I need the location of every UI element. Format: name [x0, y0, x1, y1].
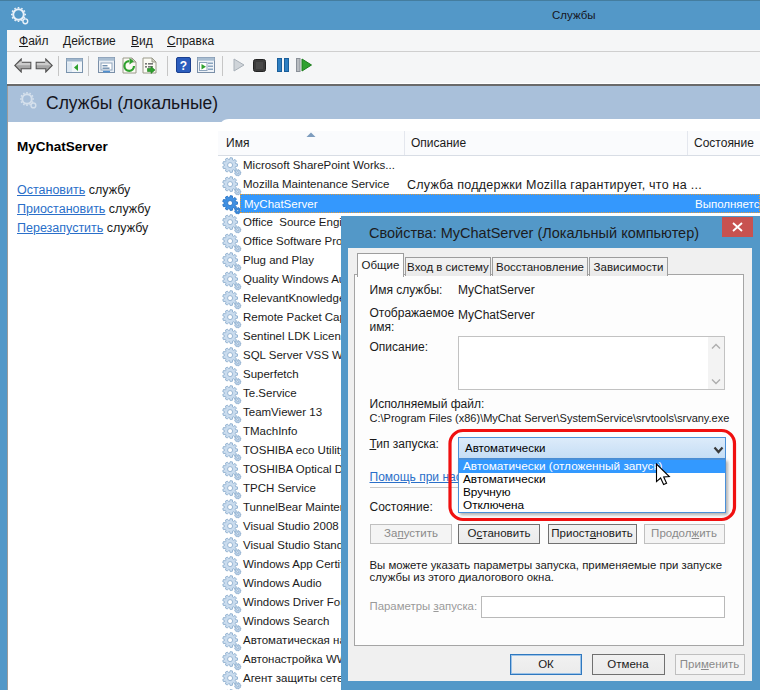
svg-text:?: ?	[180, 59, 187, 73]
